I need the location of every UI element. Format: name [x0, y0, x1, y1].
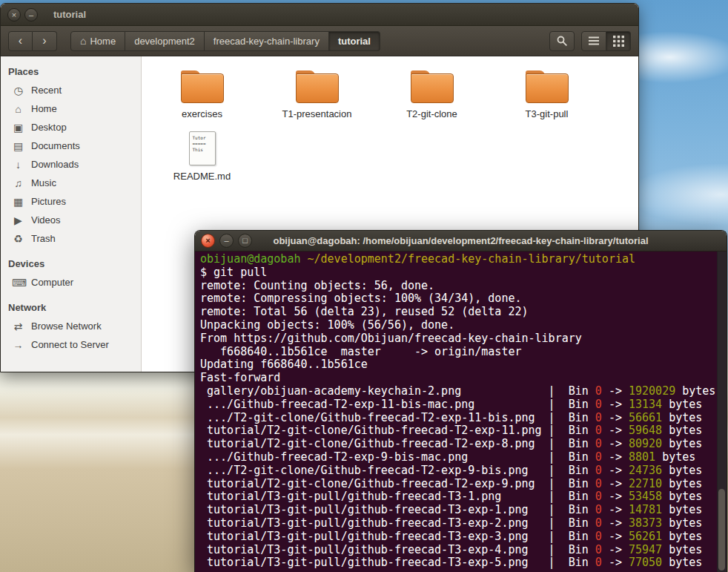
terminal-line: .../T2-git-clone/Github-freecad-T2-exp-9… [200, 464, 727, 478]
home-icon: ⌂ [80, 35, 86, 47]
music-icon: ♫ [12, 177, 24, 189]
window-title: tutorial [53, 9, 86, 20]
breadcrumb-tutorial[interactable]: tutorial [329, 31, 380, 51]
recent-icon: ◷ [12, 85, 24, 96]
sidebar: Places◷Recent⌂Home▣Desktop▤Documents↓Dow… [1, 56, 142, 372]
close-icon[interactable]: × [7, 8, 21, 22]
file-item-t2-git-clone[interactable]: T2-git-clone [374, 67, 489, 119]
sidebar-item-music[interactable]: ♫Music [1, 174, 141, 192]
file-icon: Tutor ===== This [189, 131, 216, 165]
sidebar-item-label: Browse Network [31, 320, 102, 332]
terminal-line: tutorial/T2-git-clone/Github-freecad-T2-… [200, 478, 727, 491]
file-item-t1-presentacion[interactable]: T1-presentacion [259, 67, 374, 119]
terminal-line: tutorial/T2-git-clone/Github-freecad-T2-… [200, 424, 727, 438]
breadcrumb-development2[interactable]: development2 [125, 31, 205, 51]
sidebar-item-videos[interactable]: ▶Videos [1, 211, 141, 229]
file-label: T1-presentacion [282, 108, 352, 119]
nav-buttons: ‹ › [8, 31, 57, 51]
terminal-line: From https://github.com/Obijuan/freecad-… [200, 332, 727, 346]
desktop-icon: ▣ [12, 122, 24, 134]
scrollbar-thumb[interactable] [718, 489, 725, 571]
breadcrumb-label: development2 [134, 36, 195, 47]
folder-icon [411, 70, 454, 103]
terminal-window: × – □ obijuan@dagobah: /home/obijuan/dev… [194, 230, 727, 572]
sidebar-item-connect-to-server[interactable]: →Connect to Server [1, 335, 141, 354]
terminal-line: tutorial/T3-git-pull/github-freecad-T3-e… [200, 544, 727, 557]
terminal-line: remote: Total 56 (delta 23), reused 52 (… [200, 306, 727, 319]
sidebar-item-label: Computer [31, 277, 73, 288]
terminal-title: obijuan@dagobah: /home/obijuan/developme… [195, 235, 727, 246]
grid-view-button[interactable] [606, 31, 631, 51]
sidebar-item-pictures[interactable]: ▦Pictures [1, 192, 141, 211]
maximize-icon[interactable]: □ [238, 234, 252, 248]
minimize-icon[interactable]: – [24, 8, 38, 22]
folder-icon [296, 70, 339, 103]
downloads-icon: ↓ [12, 159, 24, 171]
sidebar-item-label: Recent [31, 85, 62, 96]
terminal-line: remote: Compressing objects: 100% (34/34… [200, 292, 727, 306]
terminal-line: tutorial/T3-git-pull/github-freecad-T3-e… [200, 504, 727, 517]
terminal-screen[interactable]: obijuan@dagobah ~/development2/freecad-k… [195, 252, 727, 572]
file-label: exercises [182, 108, 222, 119]
connect-server-icon: → [12, 339, 24, 351]
terminal-line: .../Github-freecad-T2-exp-9-bis-mac.png … [200, 451, 727, 464]
terminal-line: tutorial/T2-git-clone/Github-freecad-T2-… [200, 438, 727, 451]
file-preview-text: Tutor ===== This [190, 132, 215, 156]
sidebar-item-desktop[interactable]: ▣Desktop [1, 118, 141, 137]
search-button[interactable] [549, 31, 575, 51]
file-item-readme-md[interactable]: Tutor ===== ThisREADME.md [145, 128, 259, 182]
file-item-t3-git-pull[interactable]: T3-git-pull [489, 67, 604, 119]
videos-icon: ▶ [12, 214, 24, 226]
breadcrumb-freecad-key-chain-library[interactable]: freecad-key-chain-library [205, 31, 329, 51]
terminal-line: .../T2-git-clone/Github-freecad-T2-exp-1… [200, 412, 727, 425]
terminal-line: gallery/obijuan-academy-keychain-2.png |… [200, 385, 727, 398]
terminal-titlebar[interactable]: × – □ obijuan@dagobah: /home/obijuan/dev… [195, 231, 727, 252]
sidebar-item-computer[interactable]: ⌨Computer [1, 273, 141, 292]
list-view-button[interactable] [581, 31, 606, 51]
terminal-scrollbar[interactable] [717, 252, 727, 572]
sidebar-item-label: Pictures [31, 196, 66, 207]
file-item-exercises[interactable]: exercises [145, 67, 259, 119]
computer-icon: ⌨ [12, 277, 24, 289]
sidebar-item-label: Music [31, 177, 56, 188]
breadcrumb-label: tutorial [338, 36, 371, 47]
view-toggle [581, 31, 631, 51]
browse-network-icon: ⇄ [12, 320, 24, 332]
folder-icon [181, 70, 224, 103]
file-label: T3-git-pull [526, 108, 569, 119]
pictures-icon: ▦ [12, 196, 24, 208]
terminal-line: Fast-forward [200, 372, 727, 385]
terminal-line: tutorial/T3-git-pull/github-freecad-T3-e… [200, 556, 727, 570]
terminal-line: f668640..1b561ce master -> origin/master [200, 346, 727, 359]
minimize-icon[interactable]: – [219, 234, 234, 248]
sidebar-item-trash[interactable]: ♻Trash [1, 229, 141, 248]
terminal-line: Unpacking objects: 100% (56/56), done. [200, 319, 727, 332]
terminal-line: tutorial/T3-git-pull/github-freecad-T3-e… [200, 517, 727, 530]
breadcrumb-home[interactable]: ⌂Home [70, 31, 125, 51]
sidebar-item-label: Connect to Server [31, 339, 109, 350]
list-view-icon [588, 36, 600, 46]
grid-view-icon [613, 36, 624, 47]
sidebar-item-recent[interactable]: ◷Recent [1, 81, 141, 99]
file-label: README.md [173, 171, 231, 182]
folder-icon [526, 70, 569, 103]
breadcrumb: ⌂Homedevelopment2freecad-key-chain-libra… [70, 31, 380, 51]
forward-button[interactable]: › [33, 31, 57, 51]
file-manager-titlebar[interactable]: × – tutorial [1, 4, 638, 26]
sidebar-item-label: Documents [31, 140, 80, 151]
desktop-background: × – tutorial ‹ › ⌂Homedevelopment2freeca… [0, 0, 728, 572]
sidebar-item-home[interactable]: ⌂Home [1, 99, 141, 118]
sidebar-item-label: Trash [31, 233, 56, 244]
breadcrumb-label: freecad-key-chain-library [214, 36, 320, 47]
back-button[interactable]: ‹ [8, 31, 33, 51]
sidebar-section-devices: Devices [1, 254, 141, 273]
documents-icon: ▤ [12, 140, 24, 152]
close-icon[interactable]: × [201, 234, 215, 248]
terminal-line: Updating f668640..1b561ce [200, 358, 727, 372]
sidebar-item-documents[interactable]: ▤Documents [1, 137, 141, 155]
home-icon: ⌂ [12, 103, 24, 115]
sidebar-item-downloads[interactable]: ↓Downloads [1, 155, 141, 174]
sidebar-item-browse-network[interactable]: ⇄Browse Network [1, 317, 141, 335]
terminal-output: obijuan@dagobah ~/development2/freecad-k… [200, 253, 727, 570]
trash-icon: ♻ [12, 233, 24, 245]
